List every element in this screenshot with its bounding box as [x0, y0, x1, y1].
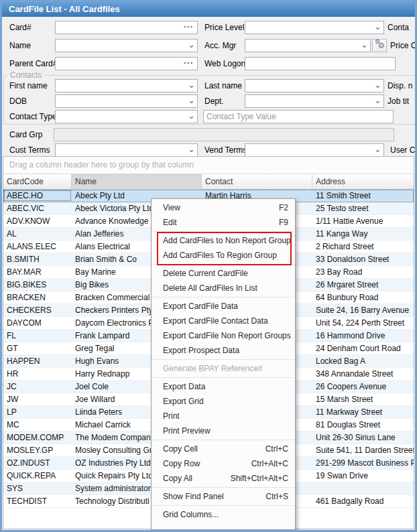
menu-item-label: View [163, 203, 180, 212]
cell-address: Suite 24, 16 Barry Avenue [312, 304, 414, 316]
menu-item-delete-all-cardfiles[interactable]: Delete All CardFiles In List [152, 281, 295, 295]
menu-item-export-cardfile-contact-data[interactable]: Export CardFile Contact Data [152, 314, 295, 328]
menu-item-label: Export CardFile Contact Data [163, 316, 268, 326]
cell-address: 1/11 Hattie Avenue [312, 215, 414, 227]
chevron-down-icon[interactable]: ⌄ [188, 80, 195, 90]
dept-select[interactable]: ⌄ [245, 94, 384, 108]
cell-cardcode: ABEC.VIC [3, 202, 72, 214]
menu-item-generate-bpay-reference: Generate BPAY Reference# [152, 361, 295, 376]
contact-type-value-placeholder: Contact Type Value [204, 111, 393, 123]
menu-item-show-find-panel[interactable]: Ctrl+S Show Find Panel [152, 489, 295, 504]
cell-address: 11 Smith Street [312, 190, 414, 202]
cell-address: 24 Denham Court Road [312, 342, 414, 354]
first-name-select[interactable]: ⌄ [55, 79, 198, 92]
cell-cardcode: HR [3, 368, 72, 380]
menu-item-export-prospect-data[interactable]: Export Prospect Data [152, 343, 295, 358]
menu-item-copy-cell[interactable]: Ctrl+C Copy Cell [152, 442, 295, 456]
chevron-down-icon[interactable]: ⌄ [188, 95, 195, 105]
chevron-down-icon[interactable]: ⌄ [374, 80, 381, 90]
cell-cardcode: JC [3, 381, 72, 393]
last-name-select[interactable]: ⌄ [245, 79, 384, 92]
acc-mgr-settings-button[interactable]: ⚙ ⚙ [372, 39, 387, 52]
menu-shortcut: Ctrl+S [265, 489, 288, 504]
web-logon-field[interactable] [245, 57, 396, 70]
chevron-down-icon[interactable]: ⌄ [361, 40, 368, 50]
menu-item-print[interactable]: Print [152, 409, 295, 423]
menu-separator [152, 231, 294, 232]
chevron-down-icon[interactable]: ⌄ [374, 144, 381, 154]
cell-cardcode: MODEM.COMP [3, 431, 72, 444]
acc-mgr-select[interactable]: ⌄ [245, 39, 371, 52]
acc-mgr-label: Acc. Mgr [204, 39, 236, 52]
group-by-panel[interactable]: Drag a column header here to group by th… [3, 157, 414, 174]
ellipsis-icon[interactable]: ··· [184, 58, 194, 69]
window-titlebar[interactable]: CardFile List - All Cardfiles [2, 2, 415, 17]
menu-item-view[interactable]: F2 View [152, 200, 295, 215]
cell-address: 11 Kanga Way [312, 228, 414, 240]
card-number-field[interactable]: ··· [55, 21, 198, 34]
vend-terms-select[interactable]: ⌄ [245, 143, 384, 157]
name-field[interactable]: ⌄ [55, 39, 198, 52]
cust-terms-select[interactable]: ⌄ [55, 143, 198, 157]
parent-card-field[interactable]: ··· [55, 57, 198, 70]
chevron-down-icon[interactable]: ⌄ [374, 95, 381, 105]
menu-item-label: Generate BPAY Reference# [163, 364, 263, 373]
menu-item-copy-row[interactable]: Ctrl+Alt+C Copy Row [152, 456, 295, 471]
menu-item-label: Add CardFiles To Region Group [163, 251, 277, 260]
menu-item-label: Add CardFiles to Non Report Group [163, 236, 291, 245]
menu-item-label: Grid Columns... [163, 510, 219, 519]
cell-cardcode: BIG.BIKES [3, 279, 72, 291]
menu-item-label: Delete Current CardFile [163, 269, 248, 278]
chevron-down-icon[interactable]: ⌄ [188, 111, 195, 121]
price-level-select[interactable]: ⌄ [245, 21, 384, 34]
price-level-label: Price Level [204, 21, 244, 34]
menu-item-label: Export Grid [163, 397, 204, 406]
menu-item-add-cardfiles-region-group[interactable]: Add CardFiles To Region Group [152, 248, 295, 263]
ellipsis-icon[interactable]: ··· [184, 21, 194, 33]
column-header-address[interactable]: Address [312, 174, 414, 190]
cell-address: Locked Bag A [312, 355, 414, 367]
menu-item-label: Copy Row [163, 459, 200, 468]
menu-item-print-preview[interactable]: Print Preview [152, 423, 295, 438]
menu-item-export-cardfile-data[interactable]: Export CardFile Data [152, 299, 295, 314]
menu-item-copy-all[interactable]: Shift+Ctrl+Alt+C Copy All [152, 471, 295, 486]
dob-select[interactable]: ⌄ [55, 94, 198, 108]
cell-address: 81 Douglas Street [312, 419, 414, 431]
cell-address: 461 Badgally Road [312, 495, 414, 507]
cell-address: 348 Annandale Street [312, 368, 414, 380]
web-logon-label: Web Logon [204, 57, 245, 70]
chevron-down-icon[interactable]: ⌄ [374, 21, 381, 31]
cell-cardcode: ABEC.HO [3, 190, 72, 202]
menu-item-export-data[interactable]: Export Data [152, 379, 295, 394]
chevron-down-icon[interactable]: ⌄ [188, 144, 195, 154]
menu-item-edit[interactable]: F9 Edit [152, 215, 295, 230]
card-grp-field[interactable] [54, 128, 394, 141]
group-by-hint: Drag a column header here to group by th… [9, 160, 194, 170]
menu-item-label: Export Prospect Data [163, 346, 239, 355]
menu-item-label: Edit [163, 218, 177, 227]
menu-item-grid-columns[interactable]: Grid Columns... [152, 507, 295, 522]
menu-separator [152, 359, 294, 360]
column-header-contact[interactable]: Contact [202, 174, 312, 190]
cell-address: 64 Bunbury Road [312, 291, 414, 304]
menu-item-label: Export CardFile Data [163, 302, 238, 311]
menu-item-add-cardfiles-non-report-group[interactable]: Add CardFiles to Non Report Group [152, 233, 295, 248]
context-menu: F2 View F9 Edit Add CardFiles to Non Rep… [151, 198, 296, 530]
user-label-clipped: User C [390, 143, 415, 157]
column-header-name[interactable]: Name [72, 174, 202, 190]
contact-type-select[interactable]: ⌄ [55, 110, 198, 123]
menu-item-delete-current-cardfile[interactable]: Delete Current CardFile [152, 266, 295, 281]
menu-item-export-cardfile-non-report-groups[interactable]: Export CardFile Non Report Groups [152, 328, 295, 343]
column-header-cardcode[interactable]: CardCode [3, 174, 72, 190]
menu-item-label: Copy Cell [163, 444, 198, 454]
menu-item-label: Export Data [163, 382, 205, 391]
dept-label: Dept. [204, 94, 224, 108]
menu-shortcut: F9 [279, 215, 288, 230]
chevron-down-icon[interactable]: ⌄ [188, 40, 195, 50]
cardfile-window: CardFile List - All Cardfiles Card# ··· … [0, 0, 417, 532]
menu-item-export-grid[interactable]: Export Grid [152, 394, 295, 409]
cell-cardcode: GT [3, 342, 72, 354]
menu-item-label: Print [163, 411, 180, 421]
contact-type-value-field[interactable]: Contact Type Value [203, 110, 394, 123]
cell-cardcode: MC [3, 419, 72, 431]
